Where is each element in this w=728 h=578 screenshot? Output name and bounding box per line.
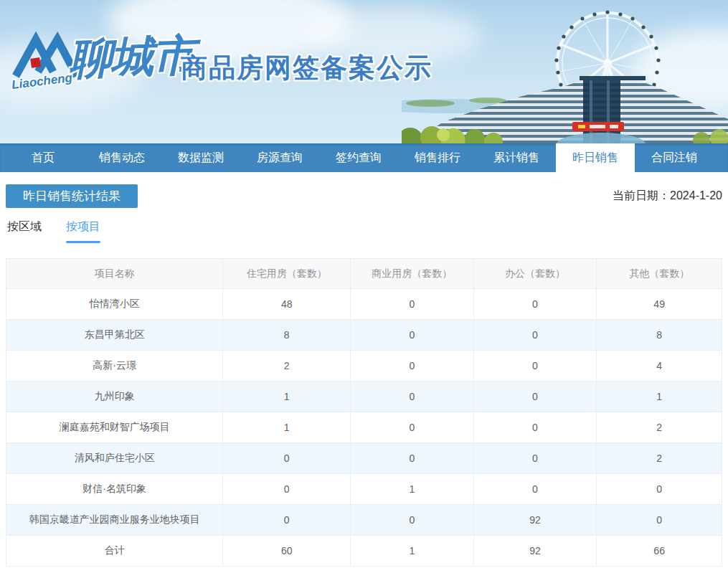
cell-project-name: 清风和庐住宅小区	[6, 443, 223, 474]
col-header-office: 办公（套数）	[473, 259, 597, 289]
table-row: 韩国京畿道产业园商业服务业地块项目 0 0 92 0	[6, 505, 722, 536]
cell-commercial: 1	[351, 536, 474, 567]
nav-item-sales-ranking[interactable]: 销售排行	[398, 143, 477, 172]
tab-by-region[interactable]: 按区域	[7, 219, 42, 243]
building-sign	[572, 122, 624, 131]
table-row: 九州印象 1 0 0 1	[6, 382, 722, 412]
nav-item-contract-cancel[interactable]: 合同注销	[635, 143, 714, 172]
nav-item-data-monitoring[interactable]: 数据监测	[161, 143, 240, 172]
nav-item-cumulative-sales[interactable]: 累计销售	[477, 143, 556, 172]
banner: Liaocheng 聊城市 商品房网签备案公示	[0, 0, 728, 143]
cell-commercial: 0	[351, 382, 474, 412]
tab-by-project[interactable]: 按项目	[66, 219, 100, 243]
col-header-other: 其他（套数）	[597, 259, 722, 289]
title-row: 昨日销售统计结果 当前日期：2024-1-20	[6, 184, 722, 208]
cell-residential: 0	[223, 474, 351, 505]
cell-project-name: 怡情湾小区	[6, 289, 223, 320]
section-title-badge: 昨日销售统计结果	[6, 184, 138, 208]
cell-commercial: 0	[351, 505, 474, 536]
cell-project-name: 财信·名筑印象	[6, 474, 223, 505]
table-row: 财信·名筑印象 0 1 0 0	[6, 474, 722, 505]
cell-project-name: 澜庭嘉苑和财智广场项目	[6, 412, 223, 443]
current-date-value: 2024-1-20	[670, 189, 722, 202]
cell-other: 8	[597, 320, 722, 351]
col-header-commercial: 商业用房（套数）	[351, 259, 474, 289]
nav-item-home[interactable]: 首页	[4, 143, 82, 172]
site-title: 商品房网签备案公示	[181, 50, 432, 86]
cell-other: 1	[597, 382, 722, 412]
view-tabs: 按区域 按项目	[6, 219, 722, 243]
main-content: 昨日销售统计结果 当前日期：2024-1-20 按区域 按项目 项目名称 住宅用…	[0, 184, 728, 567]
brand-block: Liaocheng 聊城市 商品房网签备案公示	[0, 0, 459, 143]
cell-office: 0	[473, 320, 597, 351]
main-navbar: 首页 销售动态 数据监测 房源查询 签约查询 销售排行 累计销售 昨日销售 合同…	[0, 143, 728, 172]
nav-item-yesterday-sales[interactable]: 昨日销售	[556, 143, 635, 172]
cell-commercial: 0	[351, 351, 474, 382]
nav-item-sales-dynamics[interactable]: 销售动态	[82, 143, 161, 172]
cell-residential: 0	[223, 505, 351, 536]
table-row: 澜庭嘉苑和财智广场项目 1 0 0 2	[6, 412, 722, 443]
nav-item-listing-query[interactable]: 房源查询	[240, 143, 319, 172]
cell-commercial: 0	[351, 412, 474, 443]
cell-office: 0	[473, 412, 597, 443]
sales-stats-table: 项目名称 住宅用房（套数） 商业用房（套数） 办公（套数） 其他（套数） 怡情湾…	[6, 258, 722, 567]
cell-office: 0	[473, 382, 597, 412]
cell-residential: 60	[223, 536, 351, 567]
cell-commercial: 0	[351, 443, 474, 474]
cell-residential: 48	[223, 289, 351, 320]
cell-project-name: 九州印象	[6, 382, 223, 412]
col-header-project-name: 项目名称	[6, 259, 223, 289]
cell-project-name: 合计	[6, 536, 223, 567]
cell-office: 92	[473, 536, 597, 567]
cell-other: 66	[597, 536, 722, 567]
cell-other: 0	[597, 505, 722, 536]
active-tab-underline	[66, 241, 100, 243]
cell-residential: 0	[223, 443, 351, 474]
cell-project-name: 高新·云璟	[6, 351, 223, 382]
cell-residential: 1	[223, 382, 351, 412]
cell-project-name: 韩国京畿道产业园商业服务业地块项目	[6, 505, 223, 536]
table-row: 清风和庐住宅小区 0 0 0 2	[6, 443, 722, 474]
cell-commercial: 0	[351, 289, 474, 320]
table-row: 高新·云璟 2 0 0 4	[6, 351, 722, 382]
table-header-row: 项目名称 住宅用房（套数） 商业用房（套数） 办公（套数） 其他（套数）	[6, 259, 722, 289]
table-row-total: 合计 60 1 92 66	[6, 536, 722, 567]
cell-office: 0	[473, 351, 597, 382]
table-row: 东昌甲第北区 8 0 0 8	[6, 320, 722, 351]
cell-office: 92	[473, 505, 597, 536]
cell-other: 0	[597, 474, 722, 505]
tab-by-project-label: 按项目	[66, 220, 100, 232]
cell-residential: 1	[223, 412, 351, 443]
cell-other: 49	[597, 289, 722, 320]
cell-commercial: 0	[351, 320, 474, 351]
city-name-calligraphy: 聊城市	[68, 27, 195, 89]
cell-residential: 2	[223, 351, 351, 382]
current-date: 当前日期：2024-1-20	[613, 189, 722, 204]
cell-commercial: 1	[351, 474, 474, 505]
cell-other: 4	[597, 351, 722, 382]
cell-residential: 8	[223, 320, 351, 351]
page-root: Liaocheng 聊城市 商品房网签备案公示 首页 销售动态 数据监测 房源查…	[0, 0, 728, 578]
col-header-residential: 住宅用房（套数）	[223, 259, 351, 289]
cell-office: 0	[473, 289, 597, 320]
nav-item-contract-query[interactable]: 签约查询	[319, 143, 398, 172]
cell-other: 2	[597, 412, 722, 443]
current-date-label: 当前日期：	[613, 189, 670, 202]
cell-office: 0	[473, 443, 597, 474]
cell-other: 2	[597, 443, 722, 474]
cell-office: 0	[473, 474, 597, 505]
cell-project-name: 东昌甲第北区	[6, 320, 223, 351]
table-row: 怡情湾小区 48 0 0 49	[6, 289, 722, 320]
